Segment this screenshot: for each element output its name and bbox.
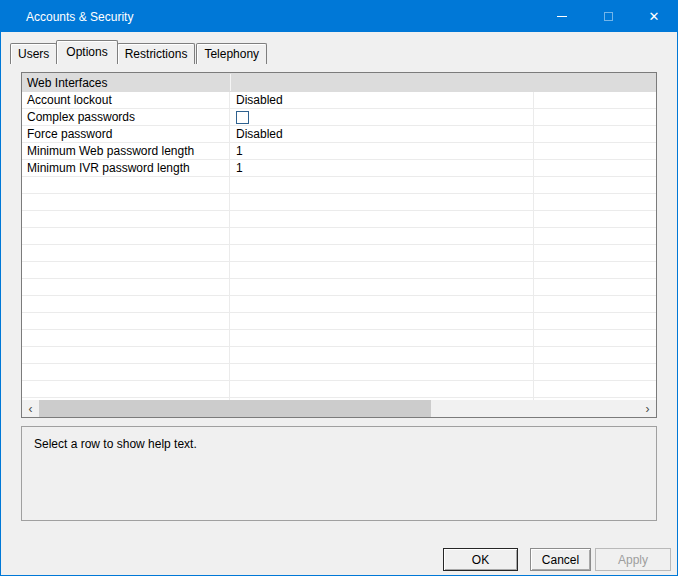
close-icon: ✕ bbox=[649, 9, 660, 24]
property-label bbox=[22, 228, 230, 244]
property-value: 1 bbox=[230, 160, 534, 176]
property-extra bbox=[534, 143, 656, 159]
property-table: Web Interfaces Account lockoutDisabledCo… bbox=[21, 72, 657, 418]
property-value bbox=[230, 347, 534, 363]
scroll-left-arrow-icon[interactable]: ‹ bbox=[22, 400, 39, 417]
property-extra bbox=[534, 177, 656, 193]
complex-passwords-checkbox[interactable] bbox=[236, 111, 249, 124]
property-label bbox=[22, 279, 230, 295]
column-divider bbox=[230, 74, 231, 91]
property-label bbox=[22, 347, 230, 363]
group-header-row[interactable]: Web Interfaces bbox=[22, 73, 656, 92]
minimize-icon bbox=[557, 16, 567, 17]
tab-strip: UsersOptionsRestrictionsTelephony bbox=[10, 40, 268, 64]
property-value bbox=[230, 279, 534, 295]
dialog-body: UsersOptionsRestrictionsTelephony Web In… bbox=[1, 32, 677, 575]
apply-button[interactable]: Apply bbox=[595, 548, 671, 571]
empty-table-row[interactable] bbox=[22, 364, 656, 381]
cancel-button[interactable]: Cancel bbox=[530, 548, 591, 571]
property-value: Disabled bbox=[230, 92, 534, 108]
tab-telephony[interactable]: Telephony bbox=[196, 43, 267, 64]
help-panel: Select a row to show help text. bbox=[21, 426, 657, 521]
property-label bbox=[22, 313, 230, 329]
property-label: Minimum IVR password length bbox=[22, 160, 230, 176]
property-extra bbox=[534, 194, 656, 210]
property-value bbox=[230, 364, 534, 380]
scroll-right-arrow-icon[interactable]: › bbox=[639, 400, 656, 417]
minimize-button[interactable] bbox=[539, 1, 585, 32]
property-extra bbox=[534, 160, 656, 176]
property-label: Account lockout bbox=[22, 92, 230, 108]
property-extra bbox=[534, 364, 656, 380]
property-value bbox=[230, 245, 534, 261]
property-label: Minimum Web password length bbox=[22, 143, 230, 159]
empty-table-row[interactable] bbox=[22, 194, 656, 211]
table-row[interactable]: Minimum IVR password length1 bbox=[22, 160, 656, 177]
property-extra bbox=[534, 330, 656, 346]
window-title: Accounts & Security bbox=[1, 10, 539, 24]
group-header-label: Web Interfaces bbox=[22, 76, 107, 90]
scrollbar-thumb[interactable] bbox=[39, 400, 431, 417]
property-value bbox=[230, 313, 534, 329]
maximize-button[interactable] bbox=[585, 1, 631, 32]
property-label bbox=[22, 194, 230, 210]
property-extra bbox=[534, 211, 656, 227]
close-button[interactable]: ✕ bbox=[631, 1, 677, 32]
property-extra bbox=[534, 313, 656, 329]
property-value bbox=[230, 109, 534, 125]
property-extra bbox=[534, 109, 656, 125]
empty-table-row[interactable] bbox=[22, 296, 656, 313]
empty-table-row[interactable] bbox=[22, 347, 656, 364]
tab-restrictions[interactable]: Restrictions bbox=[117, 43, 196, 64]
property-extra bbox=[534, 347, 656, 363]
property-value bbox=[230, 381, 534, 397]
property-extra bbox=[534, 92, 656, 108]
empty-table-row[interactable] bbox=[22, 279, 656, 296]
empty-table-row[interactable] bbox=[22, 381, 656, 398]
property-label bbox=[22, 177, 230, 193]
property-table-body: Web Interfaces Account lockoutDisabledCo… bbox=[22, 73, 656, 400]
property-label bbox=[22, 296, 230, 312]
property-label bbox=[22, 245, 230, 261]
property-extra bbox=[534, 279, 656, 295]
property-extra bbox=[534, 262, 656, 278]
empty-table-row[interactable] bbox=[22, 177, 656, 194]
property-label: Force password bbox=[22, 126, 230, 142]
property-extra bbox=[534, 381, 656, 397]
property-value: 1 bbox=[230, 143, 534, 159]
property-value bbox=[230, 211, 534, 227]
property-label bbox=[22, 364, 230, 380]
titlebar: Accounts & Security ✕ bbox=[1, 1, 677, 32]
table-row[interactable]: Complex passwords bbox=[22, 109, 656, 126]
property-label bbox=[22, 381, 230, 397]
tab-users[interactable]: Users bbox=[10, 43, 57, 64]
property-value: Disabled bbox=[230, 126, 534, 142]
accounts-security-dialog: Accounts & Security ✕ UsersOptionsRestri… bbox=[0, 0, 678, 576]
empty-table-row[interactable] bbox=[22, 330, 656, 347]
empty-table-row[interactable] bbox=[22, 262, 656, 279]
empty-table-row[interactable] bbox=[22, 313, 656, 330]
property-extra bbox=[534, 296, 656, 312]
help-text: Select a row to show help text. bbox=[34, 437, 197, 451]
table-row[interactable]: Minimum Web password length1 bbox=[22, 143, 656, 160]
maximize-icon bbox=[604, 12, 613, 21]
empty-table-row[interactable] bbox=[22, 211, 656, 228]
empty-table-row[interactable] bbox=[22, 228, 656, 245]
property-value bbox=[230, 296, 534, 312]
property-label bbox=[22, 211, 230, 227]
empty-table-row[interactable] bbox=[22, 245, 656, 262]
tab-options[interactable]: Options bbox=[56, 40, 117, 64]
property-extra bbox=[534, 126, 656, 142]
caption-buttons: ✕ bbox=[539, 1, 677, 32]
horizontal-scrollbar: ‹ › bbox=[22, 400, 656, 417]
property-value bbox=[230, 262, 534, 278]
property-label: Complex passwords bbox=[22, 109, 230, 125]
property-value bbox=[230, 177, 534, 193]
property-value bbox=[230, 330, 534, 346]
ok-button[interactable]: OK bbox=[443, 548, 518, 571]
table-row[interactable]: Account lockoutDisabled bbox=[22, 92, 656, 109]
table-row[interactable]: Force passwordDisabled bbox=[22, 126, 656, 143]
property-label bbox=[22, 262, 230, 278]
property-extra bbox=[534, 228, 656, 244]
property-value bbox=[230, 228, 534, 244]
